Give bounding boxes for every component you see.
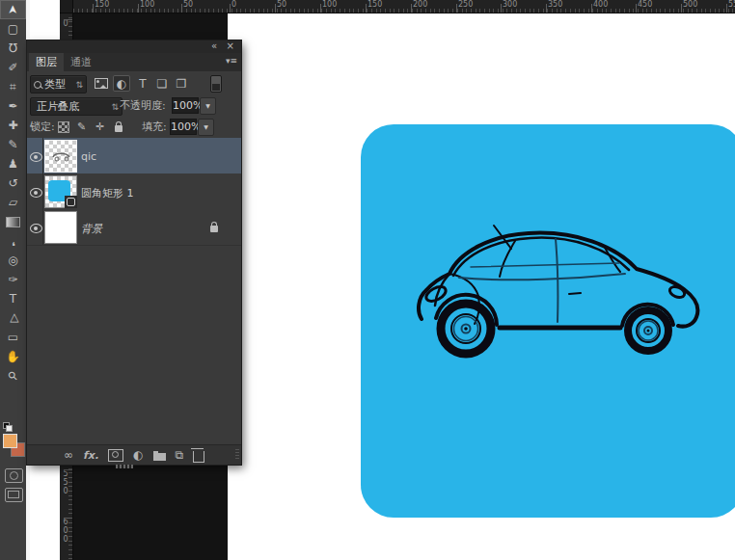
layer-filtering-toggle[interactable] bbox=[210, 75, 222, 93]
lock-all-button[interactable] bbox=[110, 119, 126, 135]
h-ruler-label-550: 550 bbox=[728, 1, 735, 9]
blend-mode-row: 正片叠底 ⇅ 不透明度: 100% ▼ bbox=[27, 95, 241, 117]
close-panel-button[interactable]: × bbox=[227, 40, 234, 52]
screen-mode-button[interactable] bbox=[5, 488, 23, 502]
layer-row-background[interactable]: 背景 bbox=[27, 209, 241, 246]
layer-thumbnail[interactable] bbox=[44, 175, 77, 208]
filter-type-label: 类型 bbox=[44, 77, 66, 92]
lasso-tool[interactable]: ℧ bbox=[0, 39, 26, 58]
foreground-color-swatch[interactable] bbox=[3, 434, 17, 448]
history-brush-tool[interactable]: ↺ bbox=[0, 173, 26, 193]
horizontal-ruler: 1501005005010015020025030035040045050055… bbox=[60, 0, 735, 13]
collapse-panel-button[interactable]: « bbox=[211, 40, 216, 52]
dodge-tool[interactable]: ◎ bbox=[0, 251, 26, 270]
filter-shape-layers-button[interactable]: ❏ bbox=[153, 75, 171, 92]
new-adjustment-layer-button[interactable]: ◐ bbox=[133, 449, 143, 461]
gradient-tool-icon bbox=[6, 217, 20, 227]
blend-mode-dropdown[interactable]: 正片叠底 ⇅ bbox=[30, 97, 122, 116]
eyedropper-tool[interactable]: ✒ bbox=[0, 96, 26, 116]
filter-smart-object-button[interactable]: ❐ bbox=[173, 75, 190, 92]
link-layers-button[interactable]: ∞ bbox=[64, 449, 73, 461]
zoom-tool-icon: ⚲ bbox=[6, 369, 20, 384]
opacity-dropdown-button[interactable]: ▼ bbox=[200, 97, 216, 115]
text-icon: T bbox=[139, 78, 146, 90]
filter-type-layers-button[interactable]: T bbox=[134, 75, 151, 92]
lasso-tool-icon: ℧ bbox=[9, 42, 17, 54]
lock-transparent-pixels-button[interactable] bbox=[55, 119, 71, 135]
layer-style-button[interactable]: fx. bbox=[83, 450, 98, 461]
h-ruler-label-100: 100 bbox=[140, 1, 154, 9]
default-background-square bbox=[6, 425, 13, 432]
fill-value[interactable]: 100% bbox=[170, 119, 197, 135]
marquee-tool[interactable]: ▢ bbox=[0, 19, 26, 39]
gradient-tool[interactable] bbox=[0, 212, 26, 231]
brush-icon: ✎ bbox=[77, 120, 86, 133]
blur-tool-icon: ❜ bbox=[12, 235, 15, 247]
layer-name[interactable]: 圆角矩形 1 bbox=[81, 186, 134, 200]
h-ruler-label-100: 100 bbox=[322, 1, 337, 9]
quick-selection-tool-icon: ✐ bbox=[8, 62, 17, 73]
rectangle-tool[interactable]: ▭ bbox=[0, 328, 26, 347]
panel-menu-icon[interactable]: ▾≡ bbox=[226, 56, 237, 66]
delete-layer-button[interactable] bbox=[193, 448, 204, 463]
visibility-cell[interactable] bbox=[27, 173, 43, 209]
adjustment-icon: ◐ bbox=[117, 78, 126, 90]
move-tool[interactable]: ➤ bbox=[0, 0, 26, 19]
layers-panel: « × 图层 通道 ▾≡ 类型 ⇅ ◐ T ❏ ❐ 正片叠底 ⇅ 不透明度: 1… bbox=[27, 40, 241, 465]
layer-thumbnail[interactable] bbox=[44, 211, 77, 244]
path-selection-tool[interactable]: ▷ bbox=[0, 308, 26, 328]
zoom-tool[interactable]: ⚲ bbox=[0, 366, 26, 386]
car-door-line bbox=[556, 239, 558, 322]
visibility-cell[interactable] bbox=[27, 138, 43, 173]
crop-tool[interactable]: ⌗ bbox=[0, 77, 26, 96]
healing-brush-tool-icon: ✚ bbox=[8, 120, 17, 131]
layer-name[interactable]: 背景 bbox=[81, 222, 102, 236]
tab-channels[interactable]: 通道 bbox=[64, 53, 98, 71]
panel-bottom-bar: ∞ fx. ◐ ⧉ bbox=[27, 444, 241, 465]
eraser-tool[interactable]: ▱ bbox=[0, 193, 26, 212]
fill-label: 填充: bbox=[142, 120, 167, 134]
car-line-drawing bbox=[415, 223, 707, 365]
brush-tool[interactable]: ✎ bbox=[0, 135, 26, 154]
layer-row-qic[interactable]: qic bbox=[27, 138, 241, 174]
color-swatches bbox=[3, 434, 24, 457]
new-layer-button[interactable]: ⧉ bbox=[176, 449, 184, 461]
filter-type-dropdown[interactable]: 类型 ⇅ bbox=[30, 75, 87, 93]
panel-resize-nub[interactable] bbox=[116, 465, 133, 468]
h-ruler-label-300: 300 bbox=[503, 1, 517, 9]
fill-dropdown-button[interactable]: ▼ bbox=[198, 119, 214, 136]
type-tool[interactable]: T bbox=[0, 289, 26, 308]
pen-tool[interactable]: ✑ bbox=[0, 270, 26, 289]
car-rear-wheel bbox=[628, 310, 668, 351]
healing-brush-tool[interactable]: ✚ bbox=[0, 116, 26, 135]
lock-image-pixels-button[interactable]: ✎ bbox=[73, 119, 90, 135]
layer-row-rounded-rect[interactable]: 圆角矩形 1 bbox=[27, 173, 241, 210]
tab-layers[interactable]: 图层 bbox=[29, 53, 64, 71]
default-colors-icon[interactable] bbox=[3, 422, 12, 430]
layer-thumbnail[interactable] bbox=[44, 140, 77, 173]
h-ruler-label-400: 400 bbox=[593, 1, 608, 9]
panel-grip bbox=[235, 449, 239, 461]
blur-tool[interactable]: ❜ bbox=[0, 231, 26, 251]
filter-pixel-layers-button[interactable] bbox=[93, 75, 110, 92]
updown-arrows-icon: ⇅ bbox=[72, 80, 86, 90]
add-layer-mask-button[interactable] bbox=[108, 449, 123, 462]
shape-layer-badge-icon bbox=[65, 196, 77, 208]
folder-icon bbox=[153, 453, 166, 461]
layer-name[interactable]: qic bbox=[81, 150, 96, 163]
new-group-button[interactable] bbox=[153, 450, 166, 461]
panel-titlebar[interactable]: « × bbox=[27, 40, 241, 53]
brush-tool-icon: ✎ bbox=[8, 139, 17, 150]
filter-adjustment-layers-button[interactable]: ◐ bbox=[113, 75, 130, 92]
clone-stamp-tool[interactable]: ♟ bbox=[0, 154, 26, 173]
quick-selection-tool[interactable]: ✐ bbox=[0, 58, 26, 77]
padlock-icon bbox=[115, 125, 122, 132]
quick-mask-button[interactable] bbox=[5, 468, 23, 483]
h-ruler-label-200: 200 bbox=[413, 1, 427, 9]
marquee-tool-icon: ▢ bbox=[8, 23, 18, 35]
opacity-value[interactable]: 100% bbox=[172, 97, 199, 114]
lock-position-button[interactable]: ✛ bbox=[92, 119, 108, 135]
hand-tool-icon: ✋ bbox=[6, 351, 20, 362]
visibility-cell[interactable] bbox=[27, 209, 43, 245]
hand-tool[interactable]: ✋ bbox=[0, 347, 26, 366]
